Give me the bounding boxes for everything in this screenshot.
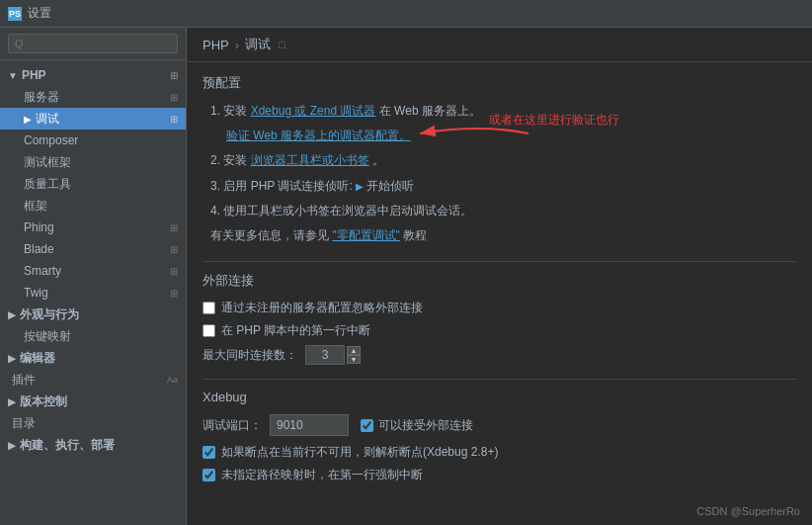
breadcrumb-separator: ›	[235, 38, 239, 52]
step-1-text2: 在 Web 服务器上。	[379, 104, 481, 118]
breadcrumb: PHP › 调试 □	[203, 36, 285, 53]
content-body: 预配置 1. 安装 Xdebug 或 Zend 调试器 在 Web 服务器上。 …	[187, 62, 812, 501]
search-box	[0, 28, 186, 60]
vcs-label: 版本控制	[20, 394, 178, 410]
server-icon-right: ⊞	[170, 92, 178, 103]
steps-container: 1. 安装 Xdebug 或 Zend 调试器 在 Web 服务器上。 验证 W…	[203, 102, 796, 245]
step-1-link1[interactable]: Xdebug 或 Zend 调试器	[251, 104, 376, 118]
step-5-text1: 有关更多信息，请参见	[210, 228, 332, 242]
sidebar-item-quality-tools[interactable]: 质量工具	[0, 173, 186, 195]
content-header: PHP › 调试 □	[187, 28, 812, 62]
max-connections-label: 最大同时连接数：	[203, 347, 297, 364]
checkbox-break-first-line[interactable]	[203, 324, 215, 337]
step-3: 3. 启用 PHP 调试连接侦听: ▶ 开始侦听	[210, 177, 796, 196]
sidebar-item-twig[interactable]: Twig ⊞	[0, 282, 186, 304]
sidebar-item-build[interactable]: ▶ 构建、执行、部署	[0, 434, 186, 456]
watermark: CSDN @SuperherRo	[696, 505, 800, 517]
blade-icon-right: ⊞	[170, 244, 178, 255]
build-arrow: ▶	[8, 440, 16, 451]
sidebar-item-smarty[interactable]: Smarty ⊞	[0, 260, 186, 282]
step-1: 1. 安装 Xdebug 或 Zend 调试器 在 Web 服务器上。	[210, 102, 796, 121]
sidebar-item-blade[interactable]: Blade ⊞	[0, 238, 186, 260]
step-3-text: 开始侦听	[366, 179, 414, 193]
framework-label: 框架	[24, 198, 178, 215]
label-force-break: 未指定路径映射时，在第一行强制中断	[221, 467, 423, 483]
label-break-first-line: 在 PHP 脚本中的第一行中断	[221, 322, 370, 339]
window-title: 设置	[28, 5, 51, 22]
breadcrumb-parent: PHP	[203, 38, 229, 52]
editor-arrow: ▶	[8, 353, 16, 364]
ext-section-title: 外部连接	[203, 272, 796, 290]
directory-label: 目录	[12, 415, 178, 432]
vcs-arrow: ▶	[8, 396, 16, 407]
checkbox-resolve-breakpoints[interactable]	[203, 446, 215, 459]
step-1-num: 1. 安装	[210, 104, 251, 118]
sidebar-item-editor[interactable]: ▶ 编辑器	[0, 347, 186, 369]
step-2-link[interactable]: 浏览器工具栏或小书签	[251, 153, 369, 167]
sidebar-item-vcs[interactable]: ▶ 版本控制	[0, 391, 186, 412]
composer-label: Composer	[24, 133, 178, 147]
step-5-link[interactable]: "零配置调试"	[332, 228, 400, 242]
step-5: 有关更多信息，请参见 "零配置调试" 教程	[210, 226, 796, 245]
keymap-label: 按键映射	[24, 328, 178, 345]
sidebar-item-server[interactable]: 服务器 ⊞	[0, 86, 186, 108]
app-icon: PS	[8, 7, 22, 21]
step-list: 1. 安装 Xdebug 或 Zend 调试器 在 Web 服务器上。 验证 W…	[203, 102, 796, 245]
sidebar-item-php[interactable]: ▼ PHP ⊞	[0, 64, 186, 86]
blade-label: Blade	[24, 242, 170, 256]
checkbox-row-ignore: 通过未注册的服务器配置忽略外部连接	[203, 300, 796, 316]
checkbox-accept-external[interactable]	[361, 419, 373, 432]
sidebar-item-plugins[interactable]: 插件 Aa	[0, 369, 186, 391]
preconfigure-title: 预配置	[203, 74, 796, 92]
step-1b: 验证 Web 服务器上的调试器配置。	[210, 127, 796, 145]
step-2: 2. 安装 浏览器工具栏或小书签 。	[210, 151, 796, 170]
debug-port-label: 调试端口：	[203, 417, 262, 434]
checkbox-row-resolve: 如果断点在当前行不可用，则解析断点(Xdebug 2.8+)	[203, 444, 796, 461]
sidebar-item-debug[interactable]: ▶ 调试 ⊞	[0, 108, 186, 130]
twig-icon-right: ⊞	[170, 288, 178, 299]
php-icon-right: ⊞	[170, 70, 178, 81]
checkbox-row-break: 在 PHP 脚本中的第一行中断	[203, 322, 796, 339]
spinner-up[interactable]: ▲	[347, 346, 361, 355]
breadcrumb-edit-icon[interactable]: □	[279, 39, 285, 50]
step-2-num: 2. 安装	[210, 153, 251, 167]
step-1b-link[interactable]: 验证 Web 服务器上的调试器配置。	[226, 129, 411, 142]
checkbox-ignore-unregistered[interactable]	[203, 302, 215, 314]
step-3-num: 3. 启用 PHP 调试连接侦听:	[210, 179, 356, 193]
sidebar-item-composer[interactable]: Composer	[0, 130, 186, 151]
label-resolve-breakpoints: 如果断点在当前行不可用，则解析断点(Xdebug 2.8+)	[221, 444, 498, 461]
debug-icon-right: ⊞	[170, 114, 178, 125]
test-framework-label: 测试框架	[24, 154, 178, 171]
phing-label: Phing	[24, 220, 170, 234]
title-bar: PS 设置	[0, 0, 812, 28]
number-spinners: ▲ ▼	[347, 346, 361, 364]
debug-port-input[interactable]: 9010	[270, 414, 349, 436]
search-input[interactable]	[8, 34, 178, 53]
step-2-text2: 。	[372, 153, 384, 167]
appearance-label: 外观与行为	[20, 306, 178, 323]
max-connections-row: 最大同时连接数： 3 ▲ ▼	[203, 345, 796, 365]
appearance-arrow: ▶	[8, 309, 16, 320]
sidebar-item-phing[interactable]: Phing ⊞	[0, 217, 186, 238]
build-label: 构建、执行、部署	[20, 437, 178, 454]
spinner-down[interactable]: ▼	[347, 355, 361, 364]
max-connections-input[interactable]: 3	[305, 345, 345, 365]
phing-icon-right: ⊞	[170, 222, 178, 233]
external-connection-section: 外部连接 通过未注册的服务器配置忽略外部连接 在 PHP 脚本中的第一行中断 最…	[203, 261, 796, 365]
checkbox-force-break[interactable]	[203, 469, 215, 481]
sidebar-item-framework[interactable]: 框架	[0, 195, 186, 217]
debug-port-row: 调试端口： 9010 可以接受外部连接	[203, 414, 796, 436]
sidebar-item-appearance[interactable]: ▶ 外观与行为	[0, 304, 186, 325]
xdebug-section: Xdebug 调试端口： 9010 可以接受外部连接 如果断点在当前行不可用，则…	[203, 379, 796, 483]
sidebar-item-keymap[interactable]: 按键映射	[0, 325, 186, 347]
sidebar-item-test-framework[interactable]: 测试框架	[0, 151, 186, 173]
content-area: PHP › 调试 □ 预配置 1. 安装 Xdebug 或 Zend 调试器 在…	[187, 28, 812, 525]
max-connections-input-wrap: 3 ▲ ▼	[305, 345, 361, 365]
step-4: 4. 使用工具栏或小书签在浏览器中启动调试会话。	[210, 202, 796, 220]
sidebar-item-directory[interactable]: 目录	[0, 412, 186, 434]
sidebar-section-php: ▼ PHP ⊞ 服务器 ⊞ ▶ 调试 ⊞ Composer 测试框架	[0, 60, 186, 460]
step-4-text: 4. 使用工具栏或小书签在浏览器中启动调试会话。	[210, 204, 472, 218]
sidebar: ▼ PHP ⊞ 服务器 ⊞ ▶ 调试 ⊞ Composer 测试框架	[0, 28, 187, 525]
smarty-label: Smarty	[24, 264, 170, 278]
step-5-text2: 教程	[403, 228, 427, 242]
